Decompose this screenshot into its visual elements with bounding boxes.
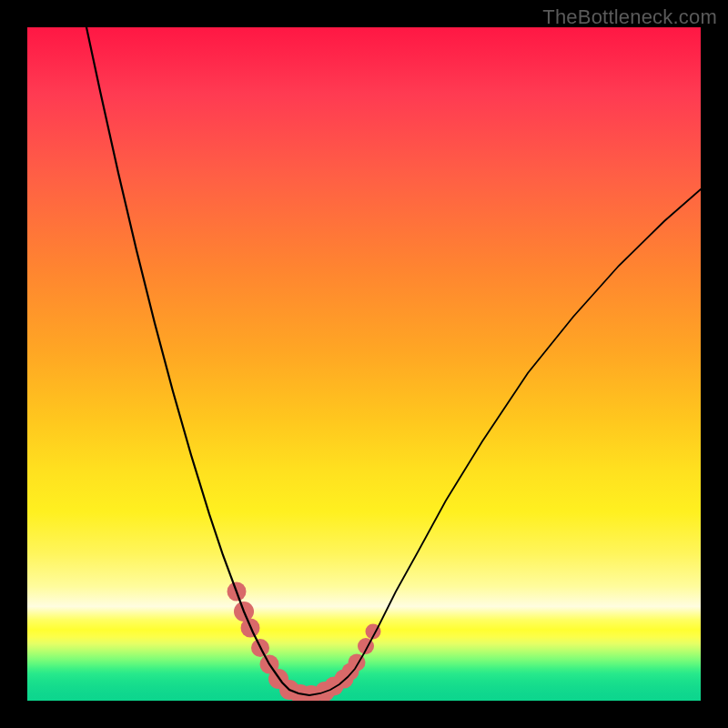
bottleneck-curve-left	[86, 27, 309, 695]
chart-frame: TheBottleneck.com	[0, 0, 728, 728]
plot-area	[27, 27, 701, 701]
watermark-text: TheBottleneck.com	[542, 5, 717, 29]
chart-svg	[27, 27, 701, 701]
bottleneck-curve-right	[309, 189, 701, 695]
markers-right-group	[315, 624, 381, 702]
markers-left-group	[228, 582, 322, 702]
